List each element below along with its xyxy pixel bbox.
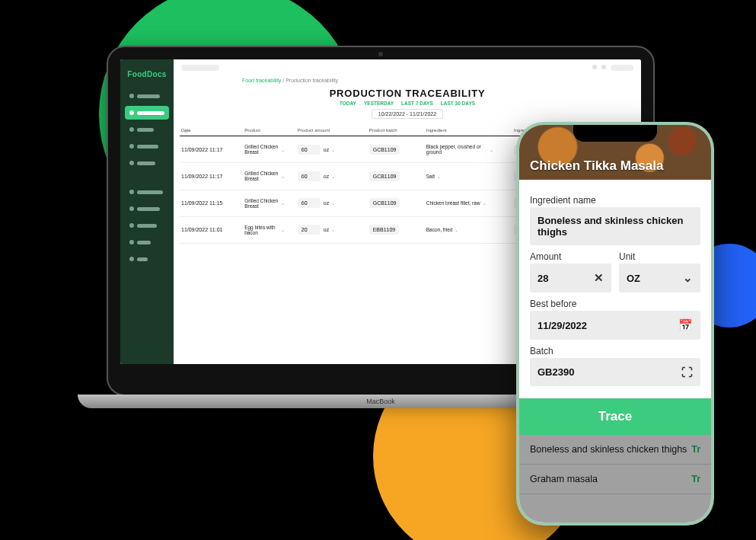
calendar-icon[interactable]: 📅 (678, 318, 693, 332)
list-item-action[interactable]: Tr (691, 474, 700, 484)
sidebar-item-8[interactable] (125, 219, 169, 232)
label-amount: Amount (530, 251, 611, 262)
amount-field[interactable]: 28 ✕ (530, 264, 611, 292)
chevron-down-icon: ⌄ (437, 174, 441, 179)
product-select[interactable]: Egg bites with bacon ⌄ (244, 225, 285, 235)
label-unit: Unit (619, 251, 700, 262)
th-product: Product (243, 125, 296, 136)
product-unit-select[interactable]: oz ⌄ (324, 174, 335, 179)
product-select[interactable]: Grilled Chicken Breast ⌄ (244, 144, 285, 155)
sidebar-item-1[interactable] (125, 89, 169, 103)
sidebar-item-5[interactable] (125, 156, 169, 170)
breadcrumb: Food traceability / Production traceabil… (174, 76, 641, 85)
label-best-before: Best before (530, 299, 700, 309)
chevron-down-icon: ⌄ (483, 200, 486, 206)
sidebar-item-7[interactable] (125, 202, 169, 216)
filter-yesterday[interactable]: YESTERDAY (364, 101, 394, 106)
topbar (174, 59, 641, 76)
phone-frame: Chicken Tikka Masala Ingredient name Bon… (516, 122, 714, 526)
product-batch-input[interactable]: EBB1109 (369, 225, 400, 235)
chevron-down-icon: ⌄ (281, 147, 285, 152)
ingredient-list: Boneless and skinless chicken thighsTrGr… (519, 435, 711, 522)
th-date: Date (180, 125, 243, 136)
trace-button[interactable]: Trace (519, 398, 711, 435)
ingredient-name-field[interactable]: Boneless and skinless chicken thighs (530, 207, 700, 245)
ingredient-select[interactable]: Black pepper, crushed or ground ⌄ (426, 144, 493, 155)
cell-date: 11/09/2022 11:15 (180, 190, 243, 216)
search-icon[interactable]: ⌕ (184, 126, 188, 134)
cell-date: 11/09/2022 11:01 (180, 216, 243, 243)
scan-icon[interactable]: ⛶ (681, 366, 693, 379)
sidebar: FoodDocs (120, 59, 174, 364)
chevron-down-icon: ⌄ (331, 200, 335, 206)
product-select[interactable]: Grilled Chicken Breast ⌄ (244, 171, 285, 181)
page-title: PRODUCTION TRACEABILITY (174, 85, 641, 101)
filter-last30[interactable]: LAST 30 DAYS (441, 101, 475, 106)
ingredient-select[interactable]: Chicken breast fillet, raw ⌄ (426, 200, 486, 206)
label-ingredient-name: Ingredient name (530, 195, 700, 206)
macbook-label: MacBook (366, 398, 395, 405)
laptop-camera (378, 52, 383, 56)
batch-field[interactable]: GB2390 ⛶ (530, 358, 700, 386)
ingredient-select[interactable]: Bacon, fried ⌄ (426, 227, 459, 232)
chevron-down-icon: ⌄ (281, 174, 285, 179)
th-product-amount: Product amount (296, 125, 368, 136)
product-unit-select[interactable]: oz ⌄ (324, 200, 335, 206)
product-select[interactable]: Grilled Chicken Breast ⌄ (244, 198, 285, 209)
topbar-icon-1[interactable] (592, 65, 597, 69)
best-before-field[interactable]: 11/29/2022 📅 (530, 311, 700, 340)
ingredient-select[interactable]: Salt ⌄ (426, 174, 441, 179)
product-batch-input[interactable]: GCB1109 (369, 171, 400, 181)
sidebar-item-9[interactable] (125, 235, 169, 249)
product-amount-input[interactable]: 20 (298, 225, 321, 235)
app-logo: FoodDocs (127, 66, 166, 86)
product-batch-input[interactable]: GCB1109 (369, 145, 400, 155)
date-filter-tabs: TODAY YESTERDAY LAST 7 DAYS LAST 30 DAYS (174, 101, 641, 106)
topbar-user[interactable] (611, 65, 633, 71)
chevron-down-icon: ⌄ (331, 174, 335, 179)
product-amount-input[interactable]: 60 (298, 145, 321, 155)
chevron-down-icon: ⌄ (281, 227, 285, 232)
list-item-label: Boneless and skinless chicken thighs (530, 444, 687, 455)
chevron-down-icon: ⌄ (331, 147, 335, 152)
chevron-down-icon: ⌄ (455, 227, 458, 232)
list-item[interactable]: Boneless and skinless chicken thighsTr (519, 435, 711, 465)
phone-notch (573, 125, 657, 142)
cell-date: 11/09/2022 11:17 (180, 163, 243, 190)
filter-last7[interactable]: LAST 7 DAYS (401, 101, 433, 106)
product-unit-select[interactable]: oz ⌄ (324, 227, 335, 232)
clear-icon[interactable]: ✕ (594, 271, 604, 285)
th-ingredient: Ingredient (425, 125, 512, 136)
chevron-down-icon: ⌄ (281, 200, 285, 206)
th-product-batch: Product batch (368, 125, 425, 136)
product-batch-input[interactable]: GCB1109 (369, 198, 400, 208)
product-amount-input[interactable]: 60 (298, 198, 321, 208)
sidebar-item-3[interactable] (125, 123, 169, 136)
product-amount-input[interactable]: 60 (298, 171, 321, 181)
breadcrumb-parent[interactable]: Food traceability (242, 78, 281, 83)
list-item[interactable]: Graham masalaTr (519, 465, 711, 494)
product-unit-select[interactable]: oz ⌄ (324, 147, 335, 152)
sidebar-item-active[interactable] (125, 106, 169, 120)
cell-date: 11/09/2022 11:17 (180, 136, 243, 163)
unit-select[interactable]: OZ ⌄ (619, 264, 700, 292)
topbar-icon-2[interactable] (601, 65, 606, 69)
breadcrumb-current: Production traceability (285, 78, 338, 83)
chevron-down-icon: ⌄ (490, 147, 493, 152)
filter-today[interactable]: TODAY (340, 101, 356, 106)
mobile-app: Chicken Tikka Masala Ingredient name Bon… (519, 125, 711, 522)
chevron-down-icon: ⌄ (683, 271, 693, 285)
date-range-input[interactable]: 10/22/2022 - 11/21/2022 (372, 109, 443, 119)
list-item-action[interactable]: Tr (691, 444, 700, 455)
chevron-down-icon: ⌄ (331, 227, 335, 232)
sidebar-item-6[interactable] (125, 185, 169, 199)
list-item-label: Graham masala (530, 474, 598, 484)
sidebar-item-10[interactable] (125, 252, 169, 266)
topbar-placeholder (181, 65, 219, 71)
recipe-title: Chicken Tikka Masala (530, 158, 663, 174)
sidebar-item-4[interactable] (125, 139, 169, 153)
label-batch: Batch (530, 346, 700, 356)
